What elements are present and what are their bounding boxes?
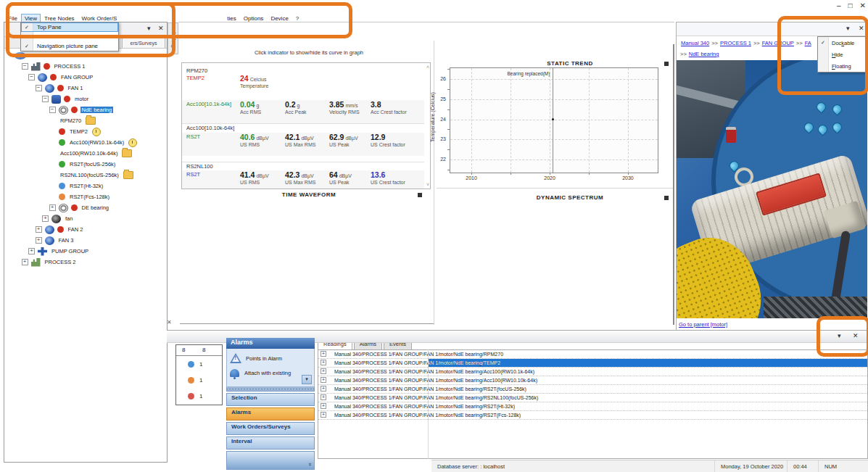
tree-expander-icon[interactable]: + xyxy=(36,226,42,233)
attach-dropdown-button[interactable]: ▾ xyxy=(302,375,312,384)
table-row[interactable]: +Manual 340/PROCESS 1/FAN GROUP/FAN 1/mo… xyxy=(318,350,867,359)
table-row[interactable]: +Manual 340/PROCESS 1/FAN GROUP/FAN 1/mo… xyxy=(318,402,867,411)
table-row[interactable]: +Manual 340/PROCESS 1/FAN GROUP/FAN 1/mo… xyxy=(318,394,867,402)
tab-work-orders-surveys[interactable]: ers/Surveys xyxy=(122,38,165,48)
breadcrumb-link-nde-bearing[interactable]: NdE bearing xyxy=(689,51,719,57)
data-point[interactable] xyxy=(552,118,554,120)
reading-group-label[interactable]: RS2T xyxy=(186,171,200,178)
tree-expander-icon[interactable]: − xyxy=(49,107,56,113)
tree-item-root[interactable] xyxy=(4,50,167,61)
accordion-section-work-orders-surveys[interactable]: Work Orders/Surveys xyxy=(226,422,315,435)
pane-dropdown-icon[interactable]: ▾ xyxy=(838,332,841,339)
legend-row[interactable]: 1 xyxy=(176,356,222,372)
view-menu-item-top-pane[interactable]: ✓Top Pane xyxy=(21,22,118,32)
context-menu-item-hide[interactable]: Hide xyxy=(818,49,867,60)
table-row[interactable]: +Manual 340/PROCESS 1/FAN GROUP/FAN 1/mo… xyxy=(318,359,867,368)
scroll-down-icon[interactable]: ˅ xyxy=(426,182,429,187)
splitter-close-icon[interactable]: ✕ xyxy=(167,319,172,326)
tree-expander-icon[interactable]: + xyxy=(36,237,42,244)
pane-close-icon[interactable]: ✕ xyxy=(853,332,859,339)
tree-item-process-2[interactable]: +PROCESS 2 xyxy=(4,257,167,268)
row-expander-icon[interactable]: + xyxy=(321,394,326,400)
legend-row[interactable]: 1 xyxy=(176,388,222,404)
tree-expander-icon[interactable]: − xyxy=(22,63,28,70)
attach-with-existing-item[interactable]: Attach with existing xyxy=(230,369,291,377)
view-menu-item-navigation-picture-pane[interactable]: ✓Navigation picture pane xyxy=(21,41,118,51)
menu-item-ties[interactable]: ties xyxy=(223,14,239,23)
menu-item-device[interactable]: Device xyxy=(267,14,292,23)
reading-group-1[interactable]: TEMP224 CelciusTemperature xyxy=(182,74,424,100)
reading-group-label[interactable]: Acc100[10.1k-64k] xyxy=(186,101,231,107)
reading-group-2[interactable]: Acc100[10.1k-64k]0.04 gAcc RMS0.2 gAcc P… xyxy=(182,100,424,123)
tree-item-motor[interactable]: −motor xyxy=(4,94,167,104)
reading-group-4[interactable]: RS2T40.6 dBµVUS RMS42.1 dBµVUS Max RMS62… xyxy=(182,133,424,156)
tree-expander-icon[interactable]: − xyxy=(28,74,35,80)
accordion-section-alarms[interactable]: Alarms xyxy=(226,407,315,421)
breadcrumb-link-process-1[interactable]: PROCESS 1 xyxy=(720,40,751,46)
tree-expander-icon[interactable]: + xyxy=(49,204,56,211)
pane-splitter[interactable] xyxy=(673,44,674,325)
double-chevron-icon[interactable]: » xyxy=(306,463,313,465)
tree-item-de-bearing[interactable]: +DE bearing xyxy=(4,202,167,213)
tree-item-rpm270[interactable]: RPM270 xyxy=(4,115,167,126)
popout-icon[interactable] xyxy=(664,62,669,66)
maximize-icon[interactable]: □ xyxy=(848,1,853,13)
row-expander-icon[interactable]: + xyxy=(321,351,326,357)
popout-icon[interactable] xyxy=(664,196,669,200)
tree-expander-icon[interactable]: + xyxy=(28,248,35,254)
tree-expander-icon[interactable]: + xyxy=(42,215,49,222)
close-icon[interactable]: ✕ xyxy=(860,1,866,13)
pane-dropdown-icon[interactable]: ▾ xyxy=(846,25,850,32)
tree-item-fan[interactable]: +fan xyxy=(4,213,167,224)
scroll-up-icon[interactable]: ˄ xyxy=(426,65,429,70)
context-menu-item-floating[interactable]: Floating xyxy=(818,60,867,72)
reading-group-label[interactable]: RS2T xyxy=(186,133,200,140)
reading-group-label[interactable]: RPM270 xyxy=(186,67,207,74)
tree-item-rs2t-ht-32k-[interactable]: RS2T(Ht-32k) xyxy=(4,181,167,191)
pane-close-icon[interactable]: ✕ xyxy=(158,25,164,32)
reading-group-label[interactable]: RS2NL100 xyxy=(186,163,213,170)
reading-group-3[interactable]: Acc100[10.10k-64k] xyxy=(182,123,424,133)
breadcrumb-link-fa[interactable]: FA xyxy=(805,40,811,46)
tree-item-pump-group[interactable]: +PUMP GROUP xyxy=(4,246,167,257)
accordion-section-interval[interactable]: Interval xyxy=(226,436,315,450)
table-row[interactable]: +Manual 340/PROCESS 1/FAN GROUP/FAN 1/mo… xyxy=(318,385,867,394)
tree-item-fan-2[interactable]: +FAN 2 xyxy=(4,224,167,235)
tree-item-acc100-rw10-1k-64k-[interactable]: Acc100(RW10.1k-64k) xyxy=(4,137,167,148)
table-row[interactable]: +Manual 340/PROCESS 1/FAN GROUP/FAN 1/mo… xyxy=(318,368,867,376)
go-to-parent-link[interactable]: Go to parent [motor] xyxy=(679,321,727,328)
tree-item-rs2nl100-focus-256k-[interactable]: RS2NL100(focUS-256k) xyxy=(4,170,167,181)
tree-item-fan-3[interactable]: +FAN 3 xyxy=(4,235,167,246)
splitter-line[interactable] xyxy=(180,323,434,324)
pane-close-icon[interactable]: ✕ xyxy=(859,25,864,32)
breadcrumb-link-manual-340[interactable]: Manual 340 xyxy=(681,40,709,46)
points-in-alarm-item[interactable]: Points in Alarm xyxy=(230,353,282,363)
row-expander-icon[interactable]: + xyxy=(321,360,326,365)
minimize-icon[interactable]: – xyxy=(837,1,841,13)
tree-item-fan-1[interactable]: −FAN 1 xyxy=(4,83,167,94)
table-row[interactable]: +Manual 340/PROCESS 1/FAN GROUP/FAN 1/mo… xyxy=(318,376,867,385)
row-expander-icon[interactable]: + xyxy=(321,368,326,374)
tree-item-acc100-rw10-10k-64k-[interactable]: Acc100(RW10.10k-64k) xyxy=(4,148,167,159)
static-trend-chart[interactable]: 2223242526201020202030Bearing replaced(M… xyxy=(450,67,658,173)
menu-item-options[interactable]: Options xyxy=(240,14,268,23)
tree-item-process-1[interactable]: −PROCESS 1 xyxy=(4,61,167,72)
tab-graph-pane[interactable]: Graph pane xyxy=(168,22,178,54)
row-expander-icon[interactable]: + xyxy=(321,412,326,418)
popout-icon[interactable] xyxy=(418,193,422,197)
tree-expander-icon[interactable]: − xyxy=(36,85,42,91)
reading-group-label[interactable]: TEMP2 xyxy=(186,75,204,81)
row-expander-icon[interactable]: + xyxy=(321,377,326,383)
tree-item-temp2[interactable]: TEMP2 xyxy=(4,126,167,137)
breadcrumb-link-fan-group[interactable]: FAN GROUP xyxy=(762,40,794,46)
tree-expander-icon[interactable]: + xyxy=(22,259,28,265)
tree-item-rs2t-focus-256k-[interactable]: RS2T(focUS-256k) xyxy=(4,159,167,170)
row-expander-icon[interactable]: + xyxy=(321,386,326,392)
legend-row[interactable]: 1 xyxy=(176,372,222,388)
reading-group-label[interactable]: Acc100[10.10k-64k] xyxy=(186,125,234,131)
menu-item-file[interactable]: File xyxy=(4,14,21,23)
tree-expander-icon[interactable]: − xyxy=(42,96,49,102)
row-expander-icon[interactable]: + xyxy=(321,403,326,409)
reading-group-6[interactable]: RS2T41.4 dBµVUS RMS42.3 dBµVUS Max RMS64… xyxy=(182,170,424,189)
context-menu-item-dockable[interactable]: ✓Dockable xyxy=(818,37,867,49)
